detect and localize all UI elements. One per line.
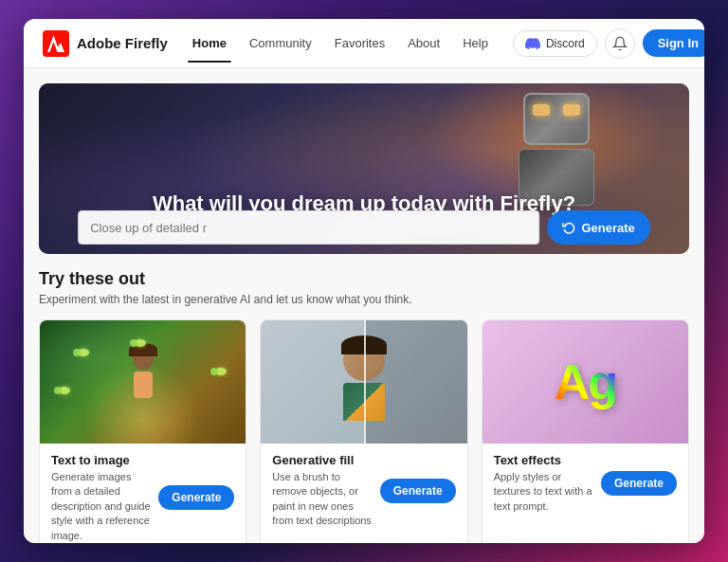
hero-generate-label: Generate xyxy=(581,221,634,235)
nav-favorites[interactable]: Favorites xyxy=(325,30,394,56)
notifications-button[interactable] xyxy=(605,28,635,59)
girl-figure xyxy=(115,349,172,444)
generative-fill-generate-button[interactable]: Generate xyxy=(380,479,456,503)
header-right: Discord Sign In xyxy=(513,28,704,59)
generative-fill-desc: Use a brush to remove objects, or paint … xyxy=(272,470,372,529)
adobe-logo xyxy=(43,30,69,57)
hero-banner: What will you dream up today with Firefl… xyxy=(39,83,689,254)
face-split-line xyxy=(364,320,366,444)
butterfly-4 xyxy=(59,387,70,394)
nav-home[interactable]: Home xyxy=(183,30,236,56)
text-to-image-preview xyxy=(40,320,246,444)
signin-button[interactable]: Sign In xyxy=(643,29,704,57)
nav-community[interactable]: Community xyxy=(240,30,321,56)
butterfly-1 xyxy=(78,349,89,356)
text-to-image-desc: Generate images from a detailed descript… xyxy=(51,470,151,543)
robot-head xyxy=(523,93,590,145)
hero-generate-button[interactable]: Generate xyxy=(547,210,649,245)
generate-icon xyxy=(562,221,575,234)
try-section-subtitle: Experiment with the latest in generative… xyxy=(39,293,689,306)
text-effects-generate-button[interactable]: Generate xyxy=(601,471,677,496)
bell-icon xyxy=(612,36,628,51)
text-effects-desc: Apply styles or textures to text with a … xyxy=(494,470,593,514)
text-effects-card: Ag Text effects Apply styles or textures… xyxy=(482,319,689,543)
hero-search-bar: Generate xyxy=(78,210,650,245)
try-section-title: Try these out xyxy=(39,269,689,289)
adobe-logo-icon xyxy=(47,35,64,52)
discord-label: Discord xyxy=(546,37,585,50)
main-content: What will you dream up today with Firefl… xyxy=(24,68,704,543)
main-window: Adobe Firefly Home Community Favorites A… xyxy=(24,19,704,543)
nav-help[interactable]: Help xyxy=(453,30,498,56)
svg-marker-1 xyxy=(57,43,64,52)
app-name: Adobe Firefly xyxy=(77,35,168,51)
header: Adobe Firefly Home Community Favorites A… xyxy=(24,19,704,68)
generative-fill-preview xyxy=(261,320,466,444)
text-to-image-title: Text to image xyxy=(51,453,151,467)
text-to-image-card: Text to image Generate images from a det… xyxy=(39,319,246,543)
text-effects-card-info: Text effects Apply styles or textures to… xyxy=(494,453,593,514)
generative-fill-card-row: Generative fill Use a brush to remove ob… xyxy=(272,453,455,529)
ag-text-illustration: Ag xyxy=(555,354,616,410)
text-effects-preview: Ag xyxy=(482,320,688,444)
text-to-image-card-row: Text to image Generate images from a det… xyxy=(51,453,234,543)
text-effects-card-body: Text effects Apply styles or textures to… xyxy=(482,444,688,543)
text-to-image-card-info: Text to image Generate images from a det… xyxy=(51,453,151,543)
girl-body xyxy=(134,372,153,398)
hero-search-input[interactable] xyxy=(78,210,539,245)
generative-fill-title: Generative fill xyxy=(272,453,372,467)
generative-fill-card-info: Generative fill Use a brush to remove ob… xyxy=(272,453,372,529)
girl-head xyxy=(133,349,154,370)
text-to-image-card-body: Text to image Generate images from a det… xyxy=(40,444,246,543)
logo-wrap: Adobe Firefly xyxy=(43,30,168,57)
nav-about[interactable]: About xyxy=(398,30,449,56)
butterfly-3 xyxy=(215,368,227,375)
text-to-image-generate-button[interactable]: Generate xyxy=(158,485,234,510)
feature-cards-row: Text to image Generate images from a det… xyxy=(39,319,689,543)
try-section: Try these out Experiment with the latest… xyxy=(24,254,704,543)
text-effects-card-row: Text effects Apply styles or textures to… xyxy=(494,453,677,514)
generative-fill-card-body: Generative fill Use a brush to remove ob… xyxy=(261,444,466,543)
text-effects-title: Text effects xyxy=(494,453,593,467)
discord-icon xyxy=(525,36,540,51)
generative-fill-card: Generative fill Use a brush to remove ob… xyxy=(260,319,467,543)
nav: Home Community Favorites About Help xyxy=(183,30,498,56)
butterfly-2 xyxy=(135,339,146,347)
discord-button[interactable]: Discord xyxy=(513,30,597,57)
